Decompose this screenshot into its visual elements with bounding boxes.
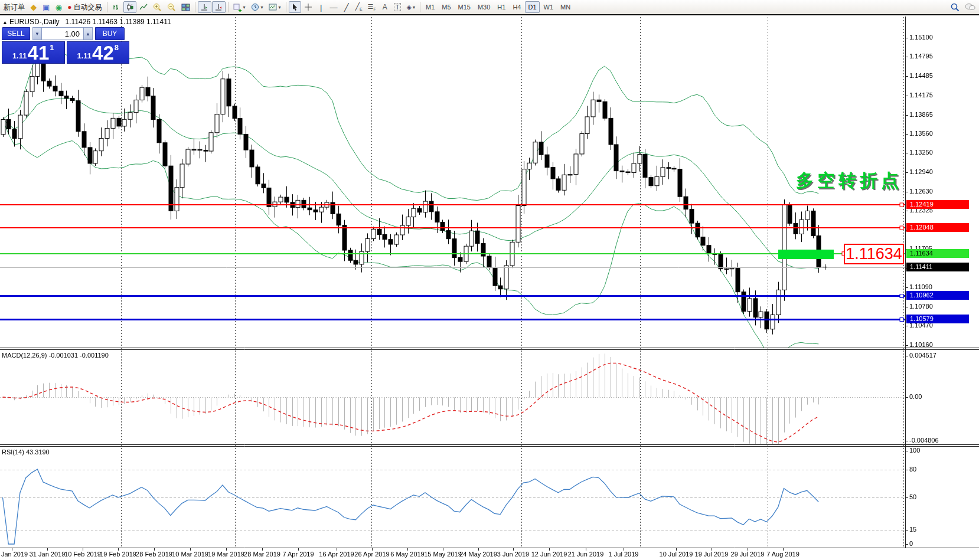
price-tick-label: 1.11090 bbox=[909, 283, 932, 290]
chevron-down-icon: ▾ bbox=[279, 5, 281, 10]
line-chart-type-icon[interactable] bbox=[137, 1, 150, 13]
timeframe-button-m5[interactable]: M5 bbox=[439, 1, 453, 13]
charts-window-icon[interactable]: ▣ bbox=[40, 1, 52, 13]
toolbar-separator bbox=[228, 2, 229, 12]
price-badge: 1.11634 bbox=[906, 249, 969, 258]
new-order-button[interactable]: 新订单 bbox=[1, 1, 27, 13]
volume-input[interactable] bbox=[42, 27, 83, 40]
trendline-tool-icon[interactable]: ╱ bbox=[341, 1, 353, 13]
chevron-down-icon: ▾ bbox=[261, 5, 263, 10]
bar-chart-type-icon[interactable] bbox=[110, 1, 123, 13]
cursor-icon[interactable] bbox=[289, 1, 301, 13]
price-badge: 1.12048 bbox=[906, 223, 969, 232]
market-watch-icon[interactable]: ◉ bbox=[53, 1, 64, 13]
main-toolbar: 新订单 ◆ ▣ ◉ ● 自动交易 bbox=[0, 0, 979, 15]
triangle-up-icon: ▲ bbox=[86, 31, 90, 37]
price-tick-label: 1.10780 bbox=[909, 303, 933, 310]
toolbar-separator bbox=[107, 2, 107, 12]
timeframe-button-h1[interactable]: H1 bbox=[494, 1, 508, 13]
indicators-icon[interactable]: ▾ bbox=[231, 1, 248, 13]
rsi-tick-label: 80 bbox=[909, 466, 916, 473]
chat-icon[interactable] bbox=[962, 1, 978, 13]
volume-decrease-button[interactable]: ▼ bbox=[32, 27, 42, 40]
price-tick-label: 1.13250 bbox=[909, 149, 933, 156]
buy-price-display[interactable]: 1.11428 bbox=[67, 41, 130, 64]
autotrading-button[interactable]: ● 自动交易 bbox=[65, 1, 104, 13]
price-tick-label: 1.10160 bbox=[909, 341, 933, 348]
price-tick-label: 1.14175 bbox=[909, 91, 933, 99]
horizontal-line-tool-icon[interactable]: — bbox=[328, 1, 340, 13]
timeframe-button-mn[interactable]: MN bbox=[557, 1, 573, 13]
channel-tool-icon[interactable]: ╱E bbox=[353, 1, 365, 13]
date-tick-label: 12 Jun 2019 bbox=[531, 551, 567, 558]
date-tick-label: 3 Jun 2019 bbox=[497, 551, 529, 558]
price-tick-label: 1.12630 bbox=[909, 188, 933, 195]
price-callout-box[interactable]: 1.11634 bbox=[844, 244, 904, 264]
price-badge: 1.11411 bbox=[906, 263, 969, 271]
sell-button[interactable]: SELL bbox=[2, 27, 30, 40]
date-tick-label: 16 Apr 2019 bbox=[319, 551, 354, 558]
date-tick-label: 31 Jan 2019 bbox=[30, 551, 66, 558]
crosshair-icon[interactable] bbox=[302, 1, 315, 13]
search-icon[interactable] bbox=[948, 1, 962, 13]
ohlc-quotes: 1.11426 1.11463 1.11389 1.11411 bbox=[66, 18, 171, 26]
green-rectangle-object[interactable] bbox=[778, 250, 834, 259]
date-tick-label: 24 May 2019 bbox=[459, 551, 497, 558]
chart-annotation-text[interactable]: 多空转折点 bbox=[796, 169, 902, 193]
chart-title: ▲EURUSD-,Daily1.11426 1.11463 1.11389 1.… bbox=[2, 18, 171, 26]
rsi-tick-label: 0 bbox=[909, 540, 913, 547]
timeframe-button-m30[interactable]: M30 bbox=[475, 1, 493, 13]
trading-platform-window: 新订单 ◆ ▣ ◉ ● 自动交易 bbox=[0, 0, 979, 560]
date-tick-label: 19 Feb 2019 bbox=[100, 551, 136, 558]
sell-price-display[interactable]: 1.11411 bbox=[2, 41, 65, 64]
shapes-tool-icon[interactable]: ◈▾ bbox=[404, 1, 417, 13]
timeframe-button-m1[interactable]: M1 bbox=[423, 1, 438, 13]
toolbar-separator bbox=[195, 2, 195, 12]
eraser-icon[interactable]: ◆ bbox=[28, 1, 40, 13]
macd-label: MACD(12,26,9) -0.001031 -0.001190 bbox=[2, 352, 109, 359]
price-badge: 1.10579 bbox=[906, 315, 969, 323]
price-tick-label: 1.14485 bbox=[909, 72, 933, 79]
zoom-in-icon[interactable] bbox=[151, 1, 164, 13]
periods-icon[interactable]: ▾ bbox=[249, 1, 266, 13]
date-tick-label: 15 May 2019 bbox=[424, 551, 462, 558]
date-tick-label: 28 Mar 2019 bbox=[244, 551, 280, 558]
price-tick-label: 1.13865 bbox=[909, 111, 933, 118]
volume-increase-button[interactable]: ▲ bbox=[83, 27, 93, 40]
price-badge: 1.12419 bbox=[906, 200, 969, 209]
date-tick-label: 29 Jul 2019 bbox=[731, 551, 765, 558]
text-tool-icon[interactable]: A bbox=[379, 1, 391, 13]
zoom-out-icon[interactable] bbox=[165, 1, 178, 13]
price-chart-canvas[interactable] bbox=[0, 0, 979, 560]
tile-windows-icon[interactable] bbox=[179, 1, 192, 13]
date-tick-label: 19 Mar 2019 bbox=[208, 551, 244, 558]
price-badge: 1.10962 bbox=[906, 291, 969, 300]
date-tick-label: 10 Jul 2019 bbox=[660, 551, 693, 558]
rsi-tick-label: 15 bbox=[909, 526, 916, 533]
symbol-period-label: EURUSD-,Daily bbox=[9, 18, 60, 26]
date-tick-label: 2 Jan 2019 bbox=[0, 551, 28, 558]
date-tick-label: 19 Jul 2019 bbox=[695, 551, 729, 558]
one-click-trading-panel: SELL ▼ ▲ BUY 1.11411 1.11428 bbox=[2, 27, 129, 64]
timeframe-button-h4[interactable]: H4 bbox=[510, 1, 524, 13]
chart-shift-icon[interactable] bbox=[212, 1, 226, 13]
vertical-line-tool-icon[interactable]: | bbox=[315, 1, 327, 13]
date-tick-label: 28 Feb 2019 bbox=[136, 551, 172, 558]
price-tick-label: 1.15100 bbox=[909, 34, 933, 41]
timeframe-button-w1[interactable]: W1 bbox=[541, 1, 557, 13]
price-tick-label: 1.14795 bbox=[909, 53, 933, 60]
rsi-label: RSI(14) 43.3190 bbox=[2, 448, 50, 456]
macd-tick-label: 0.004517 bbox=[909, 352, 936, 359]
candlestick-chart-type-icon[interactable] bbox=[123, 1, 136, 13]
date-tick-label: 7 Aug 2019 bbox=[766, 551, 799, 558]
rsi-tick-label: 100 bbox=[909, 447, 920, 454]
buy-button[interactable]: BUY bbox=[95, 27, 125, 40]
auto-scroll-icon[interactable] bbox=[198, 1, 211, 13]
timeframe-button-m15[interactable]: M15 bbox=[455, 1, 474, 13]
label-tool-icon[interactable]: T bbox=[391, 1, 404, 13]
window-marker-icon: ▲ bbox=[2, 19, 8, 25]
timeframe-button-d1[interactable]: D1 bbox=[525, 1, 539, 13]
templates-icon[interactable]: ▾ bbox=[266, 1, 283, 13]
fibonacci-tool-icon[interactable]: ☰F bbox=[366, 1, 378, 13]
rsi-tick-label: 50 bbox=[909, 493, 916, 500]
